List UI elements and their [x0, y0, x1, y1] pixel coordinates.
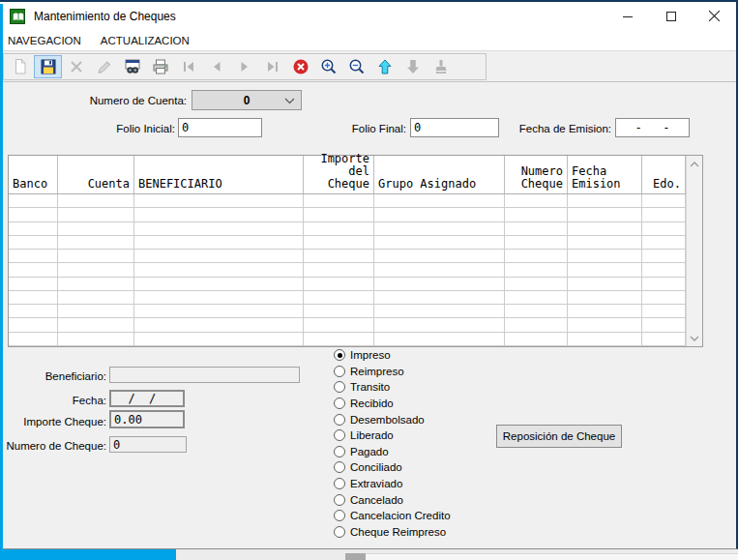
radio-extraviado[interactable]: Extraviado: [334, 476, 451, 492]
table-row[interactable]: [9, 194, 686, 208]
column-header-banco[interactable]: Banco: [9, 156, 58, 193]
stamp-button[interactable]: [427, 55, 455, 78]
toolbar-panel: [3, 53, 487, 80]
numero-de-cuenta-combobox[interactable]: 0: [192, 90, 302, 110]
table-row[interactable]: [9, 236, 686, 250]
table-row[interactable]: [9, 305, 686, 318]
table-cell: [134, 250, 304, 262]
table-row[interactable]: [9, 278, 686, 291]
table-row[interactable]: [9, 291, 686, 305]
minimize-button[interactable]: [605, 2, 649, 30]
radio-circle[interactable]: [334, 349, 345, 361]
radio-circle[interactable]: [334, 398, 345, 409]
delete-button[interactable]: [62, 55, 90, 78]
table-row[interactable]: [9, 250, 686, 263]
table-row[interactable]: [9, 208, 686, 221]
radio-circle[interactable]: [334, 510, 345, 521]
radio-circle[interactable]: [334, 494, 345, 506]
radio-circle[interactable]: [334, 366, 345, 377]
radio-cancelado[interactable]: Cancelado: [334, 491, 451, 508]
zoom-out-button[interactable]: [342, 55, 370, 78]
last-record-icon: [264, 58, 281, 75]
scroll-down-button[interactable]: [687, 330, 702, 346]
print-button[interactable]: [146, 55, 174, 78]
fecha-emision-input[interactable]: - -: [615, 118, 690, 137]
menu-item-navegacion[interactable]: NAVEGACION: [8, 33, 89, 48]
maximize-button[interactable]: [649, 2, 693, 30]
radio-conciliado[interactable]: Conciliado: [334, 459, 451, 476]
close-button[interactable]: [693, 2, 736, 30]
table-cell: [568, 236, 642, 249]
fecha-input[interactable]: / /: [109, 390, 185, 407]
radio-circle[interactable]: [334, 414, 345, 426]
table-cell: [134, 194, 304, 207]
table-cell: [642, 194, 686, 207]
scroll-up-button[interactable]: [687, 156, 702, 172]
radio-circle[interactable]: [334, 526, 345, 538]
column-header-importe[interactable]: Importe del Cheque: [304, 156, 374, 193]
radio-label: Cancelado: [350, 494, 403, 506]
column-header-label: Numero Cheque: [509, 165, 563, 191]
beneficiario-input[interactable]: [109, 367, 300, 383]
table-row[interactable]: [9, 333, 686, 346]
radio-pagado[interactable]: Pagado: [334, 444, 451, 460]
table-cell: [642, 291, 686, 304]
table-cell: [9, 263, 58, 276]
radio-label: Recibido: [350, 398, 394, 409]
fecha-emision-label: Fecha de Emision:: [495, 123, 611, 134]
table-row[interactable]: [9, 263, 686, 277]
find-icon: [124, 58, 141, 75]
previous-record-button[interactable]: [202, 55, 230, 78]
column-header-cuenta[interactable]: Cuenta: [58, 156, 134, 193]
table-row[interactable]: [9, 222, 686, 236]
radio-circle[interactable]: [334, 381, 345, 393]
radio-cancelacion-credito[interactable]: Cancelacion Credito: [334, 508, 451, 524]
table-cell: [58, 222, 134, 235]
radio-circle[interactable]: [334, 446, 345, 457]
save-button[interactable]: [34, 55, 62, 78]
table-cell: [58, 305, 134, 317]
table-cell: [374, 250, 505, 262]
radio-label: Extraviado: [350, 478, 402, 489]
radio-cheque-reimpreso[interactable]: Cheque Reimpreso: [334, 524, 451, 541]
last-record-button[interactable]: [258, 55, 286, 78]
radio-desembolsado[interactable]: Desembolsado: [334, 411, 451, 427]
move-up-icon: [376, 58, 394, 75]
table-cell: [58, 291, 134, 304]
table-cell: [304, 208, 374, 221]
radio-recibido[interactable]: Recibido: [334, 396, 451, 412]
numero-de-cheque-input[interactable]: 0: [109, 436, 187, 453]
column-header-numero[interactable]: Numero Cheque: [505, 156, 568, 193]
zoom-in-button[interactable]: [314, 55, 342, 78]
reposicion-de-cheque-button[interactable]: Reposición de Cheque: [496, 425, 622, 448]
column-header-edo-[interactable]: Edo.: [642, 156, 686, 193]
table-cell: [134, 291, 304, 304]
column-header-fecha[interactable]: Fecha Emision: [568, 156, 642, 193]
move-down-button[interactable]: [399, 55, 427, 78]
new-document-button[interactable]: [6, 55, 34, 78]
importe-cheque-input[interactable]: 0.00: [109, 410, 185, 428]
first-record-button[interactable]: [174, 55, 202, 78]
radio-liberado[interactable]: Liberado: [334, 427, 451, 444]
paintbrush-button[interactable]: [90, 55, 118, 78]
folio-final-input[interactable]: 0: [410, 118, 499, 137]
menu-bar: NAVEGACIONACTUALIZACION: [0, 30, 736, 50]
grid-vertical-scrollbar[interactable]: [686, 156, 702, 346]
folio-inicial-input[interactable]: 0: [178, 118, 262, 137]
table-row[interactable]: [9, 318, 686, 332]
chevron-up-icon: [690, 162, 699, 167]
radio-transito[interactable]: Transito: [334, 379, 451, 396]
radio-impreso[interactable]: Impreso: [334, 347, 451, 364]
next-record-button[interactable]: [230, 55, 258, 78]
radio-reimpreso[interactable]: Reimpreso: [334, 364, 451, 380]
menu-item-actualizacion[interactable]: ACTUALIZACION: [101, 33, 197, 48]
previous-record-icon: [208, 58, 225, 75]
column-header-grupo-asignado[interactable]: Grupo Asignado: [374, 156, 505, 193]
radio-circle[interactable]: [334, 429, 345, 441]
radio-circle[interactable]: [334, 461, 345, 473]
find-button[interactable]: [118, 55, 146, 78]
move-up-button[interactable]: [370, 55, 399, 78]
radio-circle[interactable]: [334, 478, 345, 489]
column-header-beneficiario[interactable]: BENEFICIARIO: [134, 156, 304, 193]
cancel-button[interactable]: [286, 55, 314, 78]
